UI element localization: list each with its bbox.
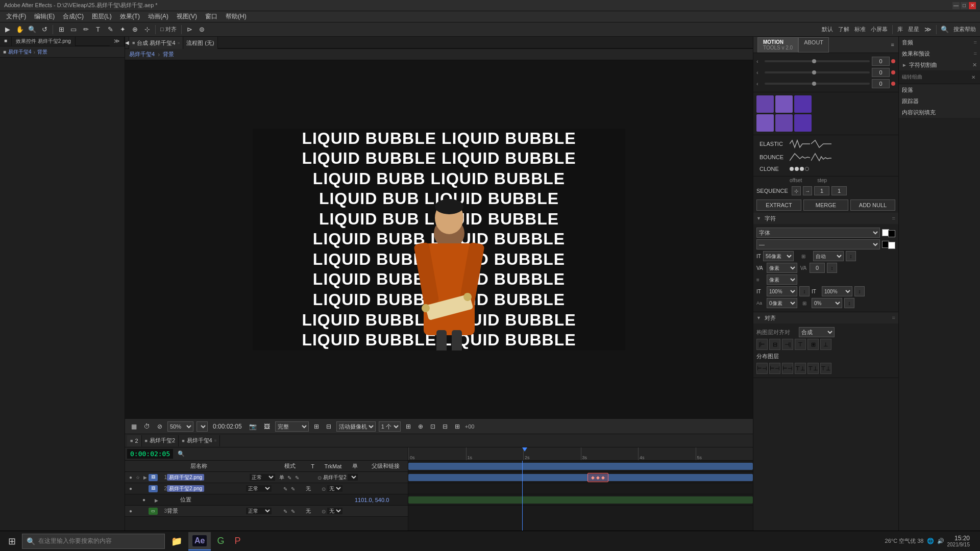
baseline-pct[interactable]: 0% bbox=[812, 298, 842, 308]
comp-tab-flowchart[interactable]: 流程图 (无) bbox=[183, 37, 217, 49]
search-help[interactable]: 搜索帮助 bbox=[951, 26, 978, 33]
menu-comp[interactable]: 合成(C) bbox=[59, 11, 88, 22]
layer1-parent[interactable]: 易烊千玺2 bbox=[323, 474, 406, 481]
layer2-sub-value[interactable]: 1101.0, 540.0 bbox=[355, 497, 406, 503]
bounce-icon-2[interactable] bbox=[811, 153, 831, 162]
show-desktop-btn[interactable] bbox=[973, 531, 976, 552]
dist-left-btn[interactable]: ⊢⊣ bbox=[756, 363, 768, 374]
3d-view-btn[interactable]: ⊞ bbox=[404, 422, 413, 431]
extract-button[interactable]: EXTRACT bbox=[756, 199, 801, 211]
guides-btn[interactable]: ⊟ bbox=[324, 422, 333, 431]
menu-effect[interactable]: 效果(T) bbox=[116, 11, 144, 22]
layer3-parent[interactable]: 无 bbox=[327, 508, 406, 514]
bg-color-swatch[interactable] bbox=[888, 230, 895, 237]
quality-select[interactable]: 完整二分之一四分之一 bbox=[275, 421, 309, 432]
tool-pen[interactable]: ✏ bbox=[80, 24, 91, 35]
slider2-track[interactable] bbox=[765, 71, 870, 73]
layer1-mode[interactable]: 正常 bbox=[250, 474, 278, 481]
draft-quality[interactable]: ⊘ bbox=[155, 422, 164, 431]
tool-roto[interactable]: ⊹ bbox=[141, 24, 153, 35]
wave-icon-2[interactable] bbox=[811, 139, 831, 148]
layer-icons-btn[interactable]: ▦ bbox=[129, 422, 139, 431]
motion-tab-about[interactable]: ABOUT bbox=[798, 37, 829, 53]
grid-icon-4[interactable] bbox=[756, 114, 774, 132]
menu-view[interactable]: 视图(V) bbox=[173, 11, 201, 22]
view-select[interactable]: 1 个 bbox=[379, 421, 401, 432]
effects-presets-header[interactable]: 效果和预设 = bbox=[899, 48, 980, 59]
grid-icon-1[interactable] bbox=[756, 95, 774, 113]
tool-extra2[interactable]: ⊚ bbox=[197, 24, 208, 35]
tool-hand[interactable]: ✋ bbox=[14, 24, 26, 35]
grid-icon-6[interactable] bbox=[794, 114, 812, 132]
minimize-button[interactable]: — bbox=[952, 2, 960, 9]
dist-bottom-btn[interactable]: ⊤⊥ bbox=[820, 363, 831, 374]
standard-btn[interactable]: 标准 bbox=[852, 26, 868, 33]
toolbar-more[interactable]: ≫ bbox=[922, 24, 934, 35]
dist-v-btn[interactable]: ⊤⊥ bbox=[807, 363, 819, 374]
layer3-mode[interactable]: 正常 bbox=[246, 508, 274, 514]
default-btn[interactable]: 默认 bbox=[820, 26, 835, 33]
breadcrumb-item-2[interactable]: 易烊千玺4 bbox=[8, 48, 32, 56]
layer2-sub-vis[interactable]: ● bbox=[140, 497, 148, 503]
align-center-v-btn[interactable]: ⊞ bbox=[807, 339, 819, 350]
dist-h-btn[interactable]: ⊢⊣ bbox=[769, 363, 780, 374]
audio-menu[interactable]: = bbox=[974, 39, 977, 45]
timeline-ruler-bar[interactable]: 0s 1s 2s 3s 4s 5s bbox=[408, 447, 753, 461]
menu-window[interactable]: 窗口 bbox=[201, 11, 222, 22]
motion-panel-menu[interactable]: = bbox=[891, 42, 894, 48]
comp-tab-synthesis[interactable]: ■ 台成 易烊千玺4 = bbox=[129, 37, 183, 49]
track-bar-4[interactable] bbox=[408, 496, 753, 504]
tool-camera[interactable]: ⊞ bbox=[56, 24, 67, 35]
content-fill-header[interactable]: 内容识别填充 bbox=[899, 107, 980, 118]
merge-button[interactable]: MERGE bbox=[803, 199, 848, 211]
line-select[interactable]: 像素 bbox=[767, 274, 797, 285]
align-left-btn[interactable]: |⊢ bbox=[756, 339, 768, 350]
maximize-button[interactable]: □ bbox=[961, 2, 968, 9]
tab-expand[interactable]: ≫ bbox=[110, 37, 125, 46]
menu-animate[interactable]: 动画(A) bbox=[144, 11, 173, 22]
tracker-section-header[interactable]: 跟踪器 bbox=[899, 95, 980, 107]
comp-breadcrumb-item2[interactable]: 背景 bbox=[163, 51, 174, 58]
time-code[interactable]: 0:00:02:05 bbox=[211, 422, 244, 431]
layer2-vis[interactable]: ● bbox=[127, 486, 134, 491]
motion-tab-main[interactable]: MOTION TOOLS v 2.0 bbox=[757, 37, 798, 53]
layer1-vis[interactable]: ● bbox=[127, 474, 134, 480]
layer2-sub-expand[interactable]: ▶ bbox=[155, 497, 162, 503]
slider3-track[interactable] bbox=[765, 83, 870, 85]
tracking-select[interactable]: 像素 bbox=[767, 263, 797, 273]
tool-mask-rect[interactable]: ▭ bbox=[68, 24, 79, 35]
dist-right-btn[interactable]: ⊢⊣ bbox=[782, 363, 793, 374]
align-section-header[interactable]: ▼ 对齐 = bbox=[753, 312, 898, 323]
char-curve-close[interactable]: ✕ bbox=[972, 62, 977, 68]
align-bottom-btn[interactable]: ⊥ bbox=[820, 339, 831, 350]
layer2-parent[interactable]: 无 bbox=[327, 485, 406, 492]
seq-arrow-btn[interactable]: → bbox=[803, 186, 812, 195]
zoom-select[interactable]: 50%100%25% bbox=[167, 421, 193, 432]
search-icon[interactable]: 🔍 bbox=[939, 24, 950, 35]
auto-select[interactable]: 自动 bbox=[813, 251, 844, 261]
audio-section-header[interactable]: 音频 = bbox=[899, 37, 980, 48]
layer3-vis[interactable]: ● bbox=[127, 508, 134, 514]
tracking-arrow[interactable]: ↕ bbox=[827, 263, 837, 273]
fast-preview[interactable]: ⊟ bbox=[440, 422, 450, 431]
align-top-btn[interactable]: ⊤ bbox=[795, 339, 806, 350]
tool-select[interactable]: ▶ bbox=[2, 24, 13, 35]
baseline-arrow[interactable]: ↕ bbox=[844, 298, 854, 308]
character-section-header[interactable]: ▼ 字符 = bbox=[753, 213, 898, 224]
tab-project[interactable]: ■ bbox=[0, 37, 12, 46]
seq-num-1[interactable]: 1 bbox=[814, 186, 829, 195]
grid-icon-2[interactable] bbox=[775, 95, 793, 113]
grid-icon-5[interactable] bbox=[775, 114, 793, 132]
grid-btn[interactable]: ⊞ bbox=[312, 422, 321, 431]
font-select[interactable]: 字体 bbox=[756, 228, 880, 238]
scale-v-select[interactable]: 100% bbox=[822, 286, 852, 296]
align-menu-icon[interactable]: = bbox=[892, 315, 895, 321]
menu-layer[interactable]: 图层(L) bbox=[88, 11, 116, 22]
size-select[interactable]: 56像素 bbox=[763, 251, 794, 261]
stroke-color2[interactable] bbox=[888, 242, 895, 249]
char-menu-icon[interactable]: = bbox=[892, 215, 895, 221]
align-to-select[interactable]: 合成 bbox=[799, 327, 835, 337]
volume-icon[interactable]: 🔊 bbox=[937, 538, 944, 544]
menu-edit[interactable]: 编辑(E) bbox=[30, 11, 59, 22]
timeline-tab-2[interactable]: ■ 易烊千玺2 bbox=[142, 435, 179, 446]
